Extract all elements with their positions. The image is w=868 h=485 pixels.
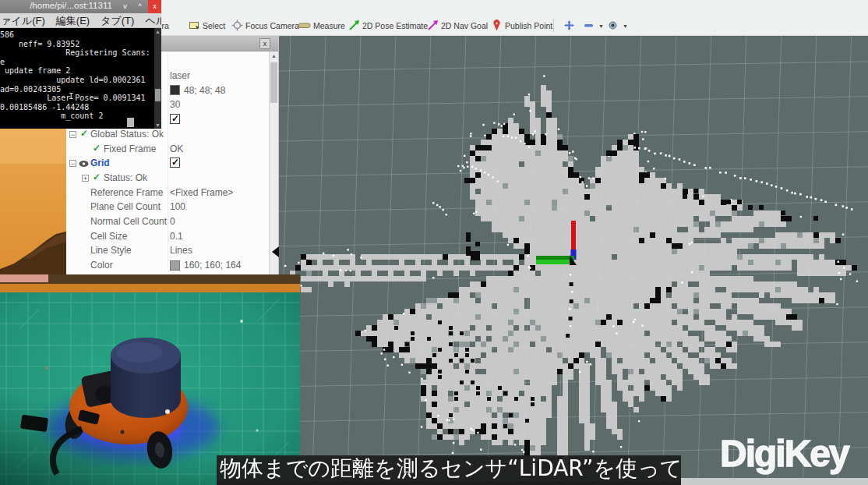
panel-row-value: <Fixed Frame> bbox=[170, 187, 233, 198]
enabled-checkbox[interactable] bbox=[170, 114, 180, 124]
panel-row-global-status-ok[interactable]: −✓Global Status: Ok bbox=[66, 127, 278, 141]
expand-icon[interactable]: + bbox=[82, 175, 89, 182]
terminal-scrollbar-thumb[interactable] bbox=[155, 89, 161, 101]
status-ok-check-icon: ✓ bbox=[80, 128, 88, 139]
rviz-toolbar: Move CameraSelectFocus CameraMeasure2D P… bbox=[66, 0, 868, 36]
panel-row-label: Color bbox=[90, 260, 113, 271]
toolbar-button-label: Measure bbox=[313, 21, 345, 30]
terminal-scrollbar[interactable]: ▲ ▼ bbox=[154, 28, 161, 129]
terminal-line: update frame 2 bbox=[0, 66, 154, 76]
toolbar-tool-blue-minus-icon[interactable]: ▼ bbox=[583, 19, 604, 33]
blue-minus-icon bbox=[583, 19, 595, 33]
terminal-line: Laser Pose= 0.0091341 bbox=[0, 94, 154, 103]
panel-row-label: Normal Cell Count bbox=[90, 216, 167, 227]
digikey-watermark: DigiKey bbox=[720, 432, 868, 474]
subtitle-caption: 物体までの距離を測るセンサ“LiDAR”を使って bbox=[217, 455, 681, 482]
status-ok-check-icon: ✓ bbox=[93, 143, 101, 154]
toolbar-button-2d-pose-estimate[interactable]: 2D Pose Estimate bbox=[348, 19, 428, 33]
panel-close-button[interactable]: x bbox=[259, 38, 270, 49]
panel-row-line-style[interactable]: Line StyleLines bbox=[66, 243, 278, 257]
toolbar-button-label: Publish Point bbox=[505, 21, 552, 30]
minimize-button[interactable]: v bbox=[118, 0, 132, 13]
chevron-down-icon[interactable]: ▼ bbox=[623, 23, 628, 29]
panel-collapse-arrow-icon[interactable] bbox=[272, 246, 279, 257]
text-cursor: I bbox=[69, 91, 74, 100]
crosshair-icon bbox=[231, 19, 243, 33]
toolbar-button-focus-camera[interactable]: Focus Camera bbox=[231, 19, 299, 33]
green-arrow-icon bbox=[348, 19, 360, 33]
lidar-map-canvas[interactable] bbox=[279, 36, 868, 485]
scroll-down-icon[interactable]: ▼ bbox=[155, 122, 161, 128]
close-button[interactable]: x bbox=[148, 0, 161, 13]
visibility-eye-icon bbox=[79, 159, 89, 170]
menu-item-1[interactable]: 編集(E) bbox=[56, 13, 90, 27]
toolbar-button-select[interactable]: Select bbox=[189, 19, 225, 33]
select-box-icon bbox=[189, 19, 200, 33]
menu-item-3[interactable]: ヘルプ(H) bbox=[145, 13, 161, 27]
panel-row-grid[interactable]: −Grid bbox=[66, 156, 278, 170]
blue-plus-icon bbox=[563, 19, 575, 33]
panel-row-value: OK bbox=[170, 143, 183, 154]
panel-row-color[interactable]: Color160; 160; 164 bbox=[66, 258, 278, 272]
panel-row-value: 0 bbox=[170, 216, 175, 227]
terminal-line: Registering Scans: bbox=[0, 48, 154, 58]
terminal-title: /home/pi/...ost:11311 bbox=[23, 1, 118, 10]
chevron-down-icon[interactable]: ▼ bbox=[598, 23, 604, 29]
collapse-icon[interactable]: − bbox=[69, 160, 76, 167]
video-frame: Move CameraSelectFocus CameraMeasure2D P… bbox=[0, 0, 868, 485]
panel-row-value: 30 bbox=[170, 99, 180, 110]
color-swatch[interactable] bbox=[170, 85, 180, 95]
terminal-titlebar[interactable]: /home/pi/...ost:11311 v ^ x bbox=[0, 0, 161, 13]
panel-row-label: Status: Ok bbox=[104, 172, 147, 183]
toolbar-button-label: 2D Nav Goal bbox=[441, 21, 488, 30]
eye-icon bbox=[607, 19, 619, 33]
toolbar-tool-blue-plus-icon[interactable] bbox=[563, 19, 575, 33]
terminal-line: update ld=0.0002361 bbox=[0, 76, 154, 85]
panel-row-value: 100 bbox=[170, 201, 185, 212]
panel-scrollbar[interactable]: ▲ bbox=[269, 51, 278, 274]
panel-row-label: Fixed Frame bbox=[104, 143, 156, 154]
panel-row-label: Cell Size bbox=[90, 231, 127, 242]
panel-row-fixed-frame[interactable]: ✓Fixed FrameOK bbox=[66, 142, 278, 156]
toolbar-button-label: 2D Pose Estimate bbox=[362, 21, 428, 30]
maximize-button[interactable]: ^ bbox=[133, 0, 146, 13]
terminal-menubar: ファイル(F)編集(E)タブ(T)ヘルプ(H) bbox=[0, 13, 161, 28]
measure-icon bbox=[298, 19, 311, 33]
scroll-up-icon[interactable]: ▲ bbox=[155, 29, 161, 34]
terminal-line: ad=0.00243305 bbox=[0, 85, 154, 94]
panel-row-label: Global Status: Ok bbox=[90, 129, 164, 140]
red-pin-icon bbox=[491, 19, 503, 33]
panel-row-normal-cell-count[interactable]: Normal Cell Count0 bbox=[66, 214, 278, 228]
enabled-checkbox[interactable] bbox=[170, 158, 180, 168]
panel-row-plane-cell-count[interactable]: Plane Cell Count100 bbox=[66, 200, 278, 214]
panel-row-cell-size[interactable]: Cell Size0.1 bbox=[66, 229, 278, 243]
panel-row-status-ok[interactable]: +✓Status: Ok bbox=[66, 171, 278, 185]
panel-row-reference-frame[interactable]: Reference Frame<Fixed Frame> bbox=[66, 186, 278, 200]
menu-item-0[interactable]: ファイル(F) bbox=[0, 13, 45, 27]
toolbar-button-publish-point[interactable]: Publish Point bbox=[491, 19, 552, 33]
toolbar-separator bbox=[553, 19, 554, 32]
panel-row-value: Lines bbox=[170, 245, 192, 256]
terminal-line: e bbox=[0, 58, 154, 67]
menu-item-2[interactable]: タブ(T) bbox=[101, 13, 134, 27]
panel-row-label: Reference Frame bbox=[90, 187, 163, 198]
panel-row-label: Grid bbox=[90, 158, 110, 168]
toolbar-button-2d-nav-goal[interactable]: 2D Nav Goal bbox=[427, 19, 488, 33]
collapse-icon[interactable]: − bbox=[69, 131, 76, 138]
terminal-line: 586 bbox=[0, 30, 154, 40]
terminal-output[interactable]: 586 neff= 9.83952 Registering Scans:e up… bbox=[0, 28, 154, 129]
panel-scrollbar-thumb[interactable] bbox=[270, 62, 277, 103]
terminal-line: 0.00185486 -1.44248 bbox=[0, 103, 154, 112]
color-swatch[interactable] bbox=[170, 260, 180, 271]
robot-photo bbox=[0, 274, 300, 485]
panel-row-value: 160; 160; 164 bbox=[184, 260, 241, 271]
scroll-up-icon[interactable]: ▲ bbox=[271, 53, 277, 58]
toolbar-tool-eye-icon[interactable]: ▼ bbox=[607, 19, 628, 33]
panel-row-label: Line Style bbox=[90, 245, 132, 256]
bottom-light-strip bbox=[681, 478, 868, 485]
panel-row-value: 48; 48; 48 bbox=[184, 85, 225, 96]
terminal-line: neff= 9.83952 bbox=[0, 40, 154, 49]
robot-camera-view bbox=[0, 274, 300, 485]
terminal-block-cursor bbox=[127, 118, 134, 127]
toolbar-button-measure[interactable]: Measure bbox=[298, 19, 345, 33]
